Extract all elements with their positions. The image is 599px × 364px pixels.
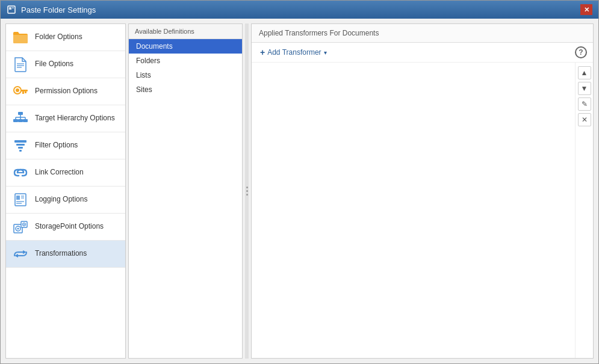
- available-definitions-header: Available Definitions: [129, 24, 242, 39]
- right-panel-content: ▲ ▼ ✎ ✕: [252, 63, 593, 358]
- available-definitions-panel: Available Definitions Documents Folders …: [128, 23, 243, 359]
- sidebar-item-permission-options-label: Permission Options: [35, 87, 98, 96]
- window-body: Folder Options File Options: [1, 19, 598, 363]
- resize-dot-2: [246, 190, 248, 192]
- applied-transformers-header: Applied Transformers For Documents: [252, 24, 593, 43]
- applied-transformers-panel: Applied Transformers For Documents + Add…: [251, 23, 594, 359]
- svg-point-7: [16, 88, 19, 92]
- move-up-button[interactable]: ▲: [578, 66, 591, 79]
- sidebar-item-file-options-label: File Options: [35, 60, 73, 69]
- sidebar-item-link-correction-label: Link Correction: [35, 168, 84, 177]
- transformer-area: [252, 63, 575, 358]
- svg-rect-22: [18, 147, 23, 149]
- sidebar-item-file-options[interactable]: File Options: [6, 51, 125, 78]
- log-icon: [12, 191, 29, 208]
- plus-icon: +: [260, 48, 265, 57]
- definition-item-lists[interactable]: Lists: [129, 68, 242, 82]
- sidebar-item-logging-options-label: Logging Options: [35, 195, 87, 205]
- help-icon[interactable]: ?: [575, 46, 587, 58]
- sidebar-item-transformations[interactable]: Transformations: [6, 241, 125, 268]
- svg-rect-10: [22, 91, 24, 94]
- svg-rect-21: [16, 144, 25, 146]
- right-panel-toolbar: + Add Transformer ▾ ?: [252, 43, 593, 63]
- svg-rect-19: [23, 119, 28, 122]
- sidebar-item-storagepoint-options[interactable]: StoragePoint Options: [6, 214, 125, 241]
- window-title: Paste Folder Settings: [21, 5, 96, 14]
- resize-handle[interactable]: [245, 23, 249, 359]
- svg-rect-18: [18, 119, 23, 122]
- title-bar: Paste Folder Settings ✕: [1, 1, 598, 19]
- link-icon: [12, 164, 29, 181]
- svg-rect-17: [13, 119, 18, 122]
- svg-rect-23: [19, 150, 22, 152]
- sidebar-item-folder-options-label: Folder Options: [35, 32, 82, 42]
- sidebar-item-link-correction[interactable]: Link Correction: [6, 159, 125, 187]
- add-transformer-label: Add Transformer: [267, 48, 321, 57]
- svg-rect-1: [9, 7, 11, 10]
- filter-icon: [12, 137, 29, 154]
- title-bar-left: Paste Folder Settings: [7, 5, 96, 14]
- dropdown-arrow-icon: ▾: [324, 49, 327, 56]
- svg-rect-8: [20, 90, 28, 91]
- folder-icon: [12, 29, 29, 46]
- window-icon: [7, 5, 16, 14]
- close-button[interactable]: ✕: [580, 4, 592, 15]
- resize-dots: [246, 187, 248, 196]
- sidebar-item-folder-options[interactable]: Folder Options: [6, 24, 125, 51]
- add-transformer-button[interactable]: + Add Transformer ▾: [258, 46, 329, 58]
- svg-rect-11: [18, 112, 23, 115]
- sidebar-item-transformations-label: Transformations: [35, 249, 87, 259]
- definition-list: Documents Folders Lists Sites: [129, 39, 242, 358]
- sidebar-item-permission-options[interactable]: Permission Options: [6, 78, 125, 105]
- resize-dot-1: [246, 187, 248, 188]
- hierarchy-icon: [12, 110, 29, 127]
- remove-button[interactable]: ✕: [578, 113, 591, 126]
- svg-point-36: [23, 224, 25, 225]
- svg-rect-9: [25, 91, 26, 93]
- definition-item-documents[interactable]: Documents: [129, 39, 242, 54]
- transform-icon: [12, 245, 29, 262]
- definition-item-folders[interactable]: Folders: [129, 54, 242, 68]
- svg-point-33: [17, 228, 19, 230]
- svg-rect-2: [12, 7, 14, 8]
- resize-dot-3: [246, 194, 248, 196]
- sidebar-item-target-hierarchy-options-label: Target Hierarchy Options: [35, 114, 115, 123]
- sidebar-item-target-hierarchy-options[interactable]: Target Hierarchy Options: [6, 105, 125, 132]
- sidebar-item-logging-options[interactable]: Logging Options: [6, 187, 125, 214]
- edit-button[interactable]: ✎: [578, 97, 591, 111]
- definition-item-sites[interactable]: Sites: [129, 82, 242, 97]
- svg-rect-20: [14, 140, 26, 143]
- key-icon: [12, 83, 29, 100]
- sidebar-item-filter-options[interactable]: Filter Options: [6, 132, 125, 159]
- sidebar-item-storagepoint-options-label: StoragePoint Options: [35, 222, 104, 232]
- svg-rect-26: [16, 196, 20, 200]
- side-actions: ▲ ▼ ✎ ✕: [575, 63, 593, 358]
- move-down-button[interactable]: ▼: [578, 82, 591, 95]
- sidebar-item-filter-options-label: Filter Options: [35, 141, 78, 150]
- file-icon: [12, 56, 29, 73]
- sidebar: Folder Options File Options: [5, 23, 126, 359]
- storage-icon: [12, 218, 29, 235]
- paste-folder-settings-window: Paste Folder Settings ✕ Folder Options: [0, 0, 599, 364]
